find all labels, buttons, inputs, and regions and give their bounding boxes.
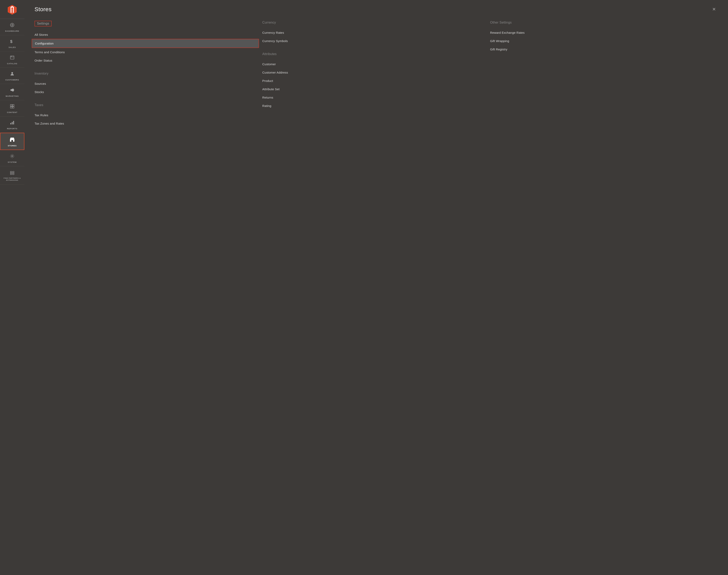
tax-rules-link[interactable]: Tax Rules xyxy=(35,111,256,119)
stores-panel-title: Stores xyxy=(35,6,51,12)
sidebar-item-stores[interactable]: STORES xyxy=(0,133,24,150)
svg-point-23 xyxy=(11,156,13,157)
dashboard-icon xyxy=(10,23,14,29)
svg-rect-26 xyxy=(10,173,12,175)
svg-point-12 xyxy=(11,72,13,74)
svg-rect-27 xyxy=(12,173,14,175)
gift-wrapping-link[interactable]: Gift Wrapping xyxy=(490,37,712,45)
svg-rect-24 xyxy=(10,171,12,173)
reports-icon xyxy=(10,120,14,126)
sales-icon: $ xyxy=(10,39,14,45)
svg-rect-15 xyxy=(12,104,14,106)
customers-icon xyxy=(10,71,14,77)
order-status-link[interactable]: Order Status xyxy=(35,56,256,65)
svg-rect-25 xyxy=(12,171,14,173)
settings-column: Settings All Stores Configuration Terms … xyxy=(35,21,262,128)
currency-symbols-link[interactable]: Currency Symbols xyxy=(262,37,484,45)
stores-overlay: Stores ✕ Settings All Stores Configurati… xyxy=(24,0,728,575)
marketing-icon xyxy=(10,88,14,94)
sidebar-dashboard-label: DASHBOARD xyxy=(5,30,19,32)
sidebar-catalog-label: CATALOG xyxy=(7,62,17,65)
terms-conditions-link[interactable]: Terms and Conditions xyxy=(35,48,256,56)
svg-rect-14 xyxy=(10,104,12,106)
currency-rates-link[interactable]: Currency Rates xyxy=(262,29,484,37)
catalog-icon xyxy=(10,55,14,61)
sidebar-item-marketing[interactable]: MARKETING xyxy=(0,84,24,100)
svg-rect-17 xyxy=(12,106,14,108)
currency-column: Currency Currency Rates Currency Symbols… xyxy=(262,21,490,128)
svg-text:$: $ xyxy=(10,39,12,44)
sidebar-sales-label: SALES xyxy=(8,46,16,48)
magento-logo-icon xyxy=(7,4,17,15)
find-partners-icon xyxy=(10,170,14,176)
svg-rect-9 xyxy=(10,56,14,59)
gift-registry-link[interactable]: Gift Registry xyxy=(490,45,712,54)
returns-link[interactable]: Returns xyxy=(262,93,484,102)
sidebar-customers-label: CUSTOMERS xyxy=(5,79,19,81)
reward-exchange-rates-link[interactable]: Reward Exchange Rates xyxy=(490,29,712,37)
sidebar: DASHBOARD $ SALES CATALOG CUSTOMERS MARK… xyxy=(0,0,24,575)
sidebar-reports-label: REPORTS xyxy=(7,128,17,130)
sidebar-item-sales[interactable]: $ SALES xyxy=(0,35,24,52)
product-link[interactable]: Product xyxy=(262,77,484,85)
svg-rect-20 xyxy=(13,121,14,124)
sidebar-item-reports[interactable]: REPORTS xyxy=(0,116,24,133)
inventory-heading: Inventory xyxy=(35,72,256,75)
svg-rect-19 xyxy=(12,122,12,124)
settings-heading: Settings xyxy=(35,21,51,26)
svg-rect-22 xyxy=(11,140,13,142)
content-icon xyxy=(10,104,14,110)
sidebar-system-label: SYSTEM xyxy=(8,161,17,163)
sidebar-item-system[interactable]: SYSTEM xyxy=(0,150,24,166)
customer-attr-link[interactable]: Customer xyxy=(262,60,484,68)
sidebar-item-customers[interactable]: CUSTOMERS xyxy=(0,68,24,84)
sidebar-stores-label: STORES xyxy=(8,144,17,147)
sidebar-item-find-partners[interactable]: FIND PARTNERS & EXTENSIONS xyxy=(0,166,24,184)
logo-container xyxy=(0,0,24,19)
system-icon xyxy=(10,154,14,160)
taxes-heading: Taxes xyxy=(35,103,256,107)
attributes-heading: Attributes xyxy=(262,52,484,56)
close-button[interactable]: ✕ xyxy=(710,6,718,12)
attribute-set-link[interactable]: Attribute Set xyxy=(262,85,484,93)
all-stores-link[interactable]: All Stores xyxy=(35,31,256,39)
tax-zones-rates-link[interactable]: Tax Zones and Rates xyxy=(35,119,256,128)
customer-address-link[interactable]: Customer Address xyxy=(262,68,484,77)
svg-point-3 xyxy=(11,24,13,26)
other-settings-heading: Other Settings xyxy=(490,21,712,24)
menu-columns: Settings All Stores Configuration Terms … xyxy=(35,21,718,128)
sidebar-item-dashboard[interactable]: DASHBOARD xyxy=(0,19,24,35)
svg-rect-16 xyxy=(10,106,12,108)
sidebar-find-partners-label: FIND PARTNERS & EXTENSIONS xyxy=(2,177,23,181)
svg-rect-18 xyxy=(10,123,11,124)
stores-icon xyxy=(9,137,15,143)
configuration-link[interactable]: Configuration xyxy=(32,39,259,48)
svg-rect-13 xyxy=(13,89,14,91)
currency-heading: Currency xyxy=(262,21,484,24)
stocks-link[interactable]: Stocks xyxy=(35,88,256,96)
sidebar-marketing-label: MARKETING xyxy=(6,95,19,97)
stores-header: Stores ✕ xyxy=(35,6,718,12)
rating-link[interactable]: Rating xyxy=(262,102,484,110)
sidebar-content-label: CONTENT xyxy=(7,111,17,113)
main-panel: Stores ✕ Settings All Stores Configurati… xyxy=(24,0,728,575)
sources-link[interactable]: Sources xyxy=(35,79,256,88)
sidebar-item-catalog[interactable]: CATALOG xyxy=(0,52,24,68)
other-settings-column: Other Settings Reward Exchange Rates Gif… xyxy=(490,21,718,128)
sidebar-item-content[interactable]: CONTENT xyxy=(0,100,24,116)
